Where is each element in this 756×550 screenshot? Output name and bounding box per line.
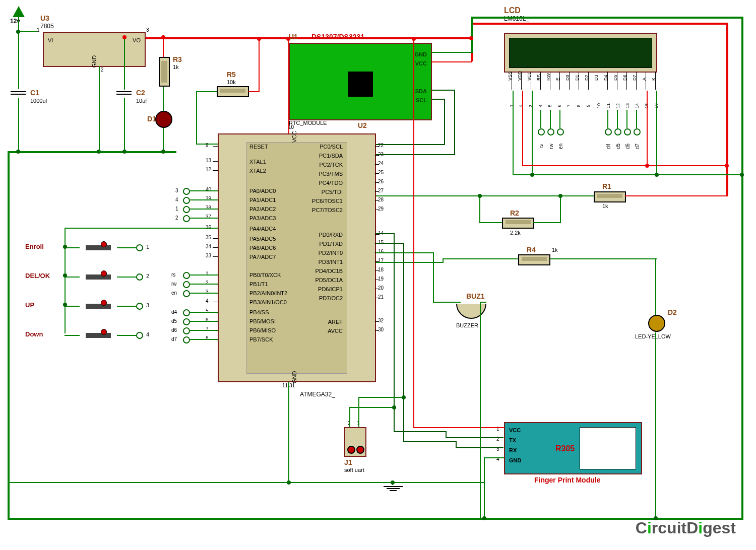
- power-arrow-icon: [13, 6, 25, 17]
- wire: [117, 247, 136, 248]
- wire: [288, 482, 393, 483]
- push-button[interactable]: [78, 271, 118, 283]
- node: [63, 273, 67, 278]
- mcu-pin-name: PB1/T1: [249, 281, 268, 287]
- r1-body: [594, 191, 626, 202]
- wire: [432, 61, 472, 62]
- wire: [533, 222, 561, 223]
- mcu-pin-num: 4: [206, 298, 209, 304]
- mcu-pin-name: PD1/TXD: [297, 241, 343, 247]
- wire: [65, 277, 80, 278]
- mcu-pin-name: PC1/SDA: [297, 153, 343, 159]
- wire: [394, 431, 447, 432]
- pb-terminal: [183, 327, 190, 334]
- lcd-pin-num: 5: [547, 104, 552, 107]
- wire: [433, 252, 434, 303]
- u3-body: VI VO GND: [43, 32, 146, 67]
- pa-terminal-num: 3: [175, 188, 178, 193]
- mcu-pin-name: PC7/TOSC2: [297, 207, 343, 213]
- wire: [559, 110, 560, 128]
- buz-ref: BUZ1: [466, 292, 485, 300]
- pin-num: 2: [101, 67, 104, 73]
- fp-gnd: GND: [509, 457, 521, 463]
- button-label: Down: [25, 330, 43, 338]
- j1-ref: J1: [344, 458, 352, 466]
- u3-gnd: GND: [91, 55, 97, 67]
- lcd-pin-num: 10: [596, 103, 601, 108]
- mcu-pin-name: PC5/TDI: [297, 189, 343, 195]
- node: [257, 37, 261, 41]
- wire: [358, 397, 404, 398]
- mcu-pin-num: 38: [206, 205, 211, 211]
- wire: [349, 407, 395, 408]
- node: [469, 36, 473, 40]
- lcd-terminal-label: d5: [615, 144, 621, 149]
- mcu-pin-num: 21: [378, 294, 384, 300]
- mcu-pin-name: PA0/ADC0: [249, 188, 276, 194]
- pb-terminal: [183, 272, 190, 279]
- r4-value: 1k: [552, 247, 558, 253]
- mcu-pin-num: 1: [206, 271, 209, 277]
- mcu-pin-name: PC4/TDO: [297, 180, 343, 186]
- mcu-pin-tick: [213, 247, 218, 248]
- mcu-pin-num: 24: [378, 161, 384, 166]
- rtc-sub: RTC_MODULE: [289, 120, 327, 126]
- wire: [550, 258, 657, 259]
- button-terminal: [136, 332, 143, 339]
- lcd-pin-tick: [569, 72, 570, 90]
- mcu-gnd-label: GND: [291, 371, 297, 383]
- j1-pin-icon: [356, 446, 364, 454]
- wire: [655, 332, 656, 519]
- lcd-terminal: [614, 128, 621, 135]
- mcu-pin-name: PA7/ADC7: [249, 254, 276, 260]
- lcd-pin-num: 4: [538, 104, 543, 107]
- pb-terminal: [183, 318, 190, 325]
- mcu-pin-name: RESET: [249, 144, 268, 150]
- wire: [18, 31, 37, 32]
- pa-terminal: [183, 188, 190, 195]
- wire: [655, 258, 656, 315]
- mcu-pin-num: 39: [206, 196, 211, 201]
- wire: [480, 302, 481, 483]
- pa-terminal-num: 1: [175, 206, 178, 212]
- wire: [432, 52, 472, 53]
- lcd-terminal: [557, 128, 564, 135]
- push-button[interactable]: [78, 329, 118, 341]
- wire: [248, 91, 260, 92]
- mcu-pin-name: PB7/SCK: [249, 336, 273, 342]
- c2-value: 10uF: [136, 98, 149, 104]
- node: [161, 150, 165, 154]
- lcd-pin-tick: [521, 72, 522, 90]
- mcu-pin-name: PC0/SCL: [297, 144, 343, 150]
- mcu-pin-tick: [375, 280, 379, 280]
- lcd-pin-tick: [636, 72, 637, 90]
- wire: [392, 482, 485, 483]
- d2-ref: D2: [668, 308, 677, 316]
- wire-5v-rail: [146, 37, 472, 39]
- wire: [484, 457, 485, 519]
- pb-terminal-label: d5: [171, 318, 177, 324]
- mcu-pin-name: PA6/ADC6: [249, 245, 276, 251]
- pb-terminal-label: d6: [171, 327, 177, 333]
- j1-body: [344, 427, 366, 457]
- node: [122, 35, 127, 39]
- pa-terminal-num: 2: [175, 215, 178, 221]
- rtc-vcc: VCC: [415, 60, 427, 66]
- mcu-pin-tick: [213, 146, 218, 147]
- lcd-pin-tick: [626, 72, 627, 90]
- wire: [190, 190, 218, 191]
- pa-terminal-num: 4: [175, 197, 178, 202]
- node: [122, 150, 127, 154]
- push-button[interactable]: [78, 300, 118, 312]
- wire-gnd-right: [741, 17, 743, 519]
- mcu-pin-tick: [375, 234, 379, 235]
- mcu-pin-num: 28: [378, 197, 384, 202]
- wire-gnd: [8, 151, 176, 153]
- mcu-pin-num: 37: [206, 214, 211, 220]
- push-button[interactable]: [78, 242, 118, 254]
- r3-value: 1k: [173, 64, 179, 70]
- c1-ref: C1: [30, 89, 39, 97]
- mcu-pin-num: 32: [378, 318, 384, 323]
- fp-module: VCC TX RX GND R305: [504, 422, 642, 474]
- button-label: DEL/OK: [25, 272, 50, 280]
